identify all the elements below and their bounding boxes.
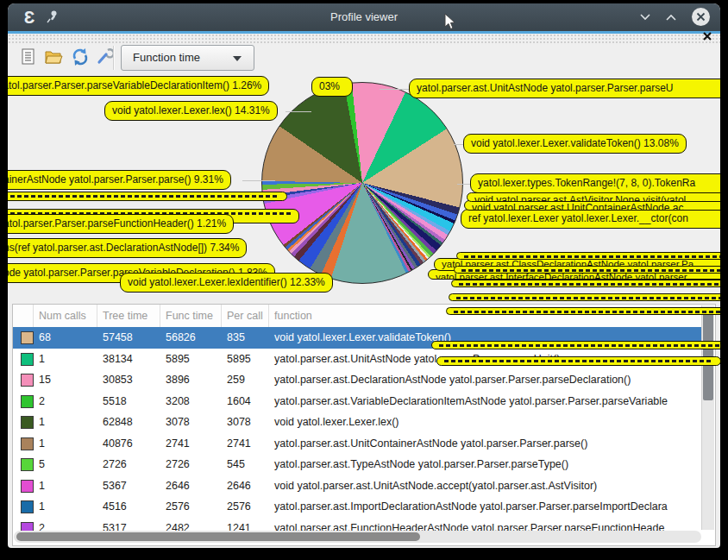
callout-label: ref yatol.lexer.Lexer yatol.lexer.Lexer.… [461, 209, 720, 229]
callout-label: ns(ref yatol.parser.ast.DeclarationAstNo… [8, 238, 247, 258]
cell-tree-time: 4516 [97, 496, 160, 518]
cell-per-call: 2576 [222, 496, 269, 518]
cell-func-time: 5895 [160, 349, 222, 370]
cell-per-call: 259 [222, 369, 269, 391]
close-button[interactable] [692, 8, 710, 26]
vertical-scrollbar[interactable] [701, 305, 714, 530]
cell-per-call: 545 [222, 454, 269, 475]
row-color-swatch [21, 500, 34, 513]
callout-label: void yatol.parser.ast.AstVisitor.None.vi… [467, 192, 720, 202]
cell-func-time: 3208 [160, 391, 222, 412]
window-title: Profile viewer [8, 3, 720, 31]
row-color-swatch [21, 416, 34, 429]
cell-func-time: 3896 [160, 369, 222, 391]
table-row[interactable]: 1 5367 2646 2646 void yatol.parser.ast.U… [13, 475, 702, 497]
cell-tree-time: 62848 [97, 412, 160, 433]
cell-tree-time: 30853 [97, 369, 160, 391]
callout-label: ode yatol.parser.Parser.parseVariableDec… [8, 76, 269, 96]
callout-label [454, 266, 720, 274]
cell-per-call: 2646 [222, 475, 269, 497]
callout-label [451, 280, 720, 287]
table-row[interactable]: 1 40876 2741 2741 yatol.parser.ast.UnitC… [13, 433, 702, 455]
table-row[interactable]: 15 30853 3896 259 yatol.parser.ast.Decla… [13, 369, 702, 391]
table-row[interactable]: 1 62848 3078 3078 void yatol.lexer.Lexer… [13, 412, 702, 433]
cell-num-calls: 68 [34, 327, 97, 349]
cell-num-calls: 1 [34, 496, 97, 518]
cell-per-call: 835 [222, 327, 269, 349]
callout-label: atol.parser.Parser.parseFunctionHeader()… [8, 214, 234, 234]
cell-num-calls: 1 [34, 475, 97, 497]
col-header-tree-time[interactable]: Tree time [97, 305, 160, 327]
cell-function: yatol.parser.ast.TypeAstNode yatol.parse… [269, 454, 702, 475]
table-row[interactable]: 5 2726 2726 545 yatol.parser.ast.TypeAst… [13, 454, 702, 475]
cell-per-call: 5895 [222, 349, 269, 370]
horizontal-scrollbar[interactable] [14, 531, 701, 543]
cell-tree-time: 38134 [97, 349, 160, 370]
cell-num-calls: 5 [34, 454, 97, 475]
cell-num-calls: 1 [34, 433, 97, 455]
callout-label [431, 341, 720, 349]
row-color-swatch [21, 437, 34, 450]
dock-close-icon[interactable] [701, 30, 713, 42]
callout-line [286, 111, 311, 112]
table-row[interactable]: 1 4516 2576 2576 yatol.parser.ast.Import… [13, 496, 702, 518]
cell-func-time: 2726 [160, 454, 222, 475]
cell-tree-time: 40876 [97, 433, 160, 455]
table-row[interactable]: 2 5518 3208 1604 yatol.parser.ast.Variab… [13, 391, 702, 412]
cell-per-call: 2741 [222, 433, 269, 455]
refresh-icon[interactable] [70, 47, 91, 67]
cell-per-call: 1604 [222, 391, 269, 412]
minimize-button[interactable] [636, 9, 655, 26]
cell-function: void yatol.lexer.Lexer.lex() [269, 412, 702, 433]
cell-tree-time: 5367 [97, 475, 160, 497]
callout-label [449, 293, 720, 301]
cell-num-calls: 1 [34, 349, 97, 370]
col-header-per-call[interactable]: Per call [222, 305, 269, 327]
row-color-swatch [21, 458, 34, 471]
titlebar[interactable]: Ɛ Profile viewer [8, 3, 720, 31]
callout-label: ainerAstNode yatol.parser.Parser.parse()… [8, 170, 231, 190]
cell-function: void yatol.parser.ast.UnitAstNode.accept… [269, 475, 702, 497]
maximize-button[interactable] [662, 9, 681, 26]
dock-titlebar [8, 34, 720, 44]
callout-line [457, 184, 471, 185]
cell-function: yatol.parser.ast.DeclarationAstNode yato… [269, 369, 702, 391]
row-color-swatch [21, 331, 34, 344]
col-header-func-time[interactable]: Func time [160, 305, 222, 327]
callout-label [436, 356, 720, 366]
report-icon[interactable] [18, 47, 39, 67]
callout-label [456, 252, 720, 260]
col-header-swatch[interactable] [13, 305, 34, 327]
row-color-swatch [21, 480, 34, 493]
cell-per-call: 3078 [222, 412, 269, 433]
cell-func-time: 56826 [160, 327, 222, 349]
horizontal-scrollbar-handle[interactable] [16, 532, 420, 541]
toolbar-separator [113, 46, 115, 70]
row-color-swatch [21, 353, 34, 366]
callout-line [380, 89, 411, 90]
cell-tree-time: 5518 [97, 391, 160, 412]
mouse-cursor [443, 13, 456, 32]
vertical-scrollbar-handle[interactable] [703, 307, 713, 400]
cell-num-calls: 2 [34, 391, 97, 412]
col-header-num-calls[interactable]: Num calls [34, 305, 97, 327]
callout-label: void yatol.lexer.Lexer.lex() 14.31% [104, 101, 278, 121]
cell-func-time: 2576 [160, 496, 222, 518]
callout-label: yatol.lexer.types.TokenRange!(7, 8, 0).T… [470, 173, 720, 193]
profile-viewer-window: Ɛ Profile viewer [8, 3, 720, 548]
callout-label [8, 192, 287, 201]
view-mode-value: Function time [133, 51, 200, 64]
callout-label [446, 307, 720, 315]
cell-tree-time: 2726 [97, 454, 160, 475]
cell-func-time: 3078 [160, 412, 222, 433]
callout-label: void yatol.lexer.Lexer.lexIdentifier() 1… [120, 273, 333, 293]
chevron-down-icon [233, 56, 242, 61]
view-mode-dropdown[interactable]: Function time [121, 45, 254, 71]
cell-num-calls: 15 [34, 369, 97, 391]
pie-chart[interactable] [261, 82, 463, 284]
open-folder-icon[interactable] [43, 47, 64, 67]
row-color-swatch [21, 374, 34, 387]
callout-label: void yatol.lexer.Lexer.validateToken() 1… [463, 134, 687, 154]
cell-function: yatol.parser.ast.VariableDeclarationItem… [269, 391, 702, 412]
row-color-swatch [21, 395, 34, 408]
